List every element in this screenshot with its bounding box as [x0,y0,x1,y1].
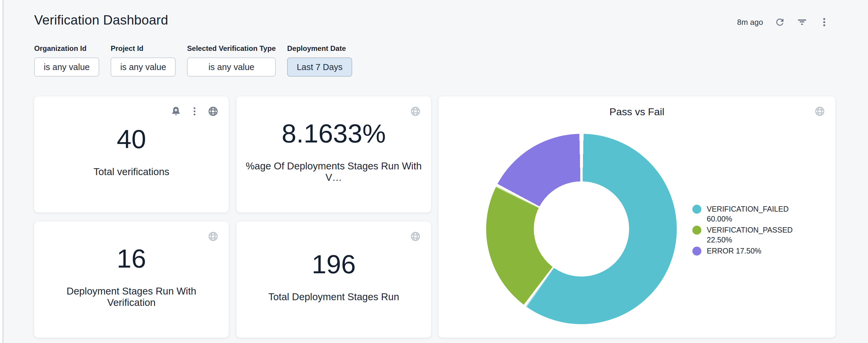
filter-value-button-organization-id[interactable]: is any value [34,58,99,77]
last-refresh-timestamp: 8m ago [737,18,763,27]
tile-label: Total Deployment Stages Run [259,291,408,303]
legend-dot [692,247,701,255]
filter-label: Deployment Date [287,44,352,53]
legend-label: VERIFICATION_PASSED 22.50% [707,225,797,245]
tile-body: 8.1633% %age Of Deployments Stages Run W… [237,96,431,212]
filter-value-button-project-id[interactable]: is any value [111,58,176,77]
donut-hole [534,181,629,277]
filter-deployment-date: Deployment Date Last 7 Days [287,44,352,77]
page-title: Verification Dashboard [34,12,168,28]
filter-label: Project Id [111,44,176,53]
globe-icon[interactable] [208,106,218,117]
legend-dot [692,205,701,214]
filter-value-button-verification-type[interactable]: is any value [187,58,276,77]
legend-label: ERROR 17.50% [707,246,797,256]
filter-list-icon[interactable] [797,17,807,28]
tile-body: 16 Deployment Stages Run With Verificati… [34,221,229,338]
tile-deployment-stages-with-verification: 16 Deployment Stages Run With Verificati… [34,221,229,338]
tile-label: Total verifications [85,166,178,177]
header-actions: 8m ago [737,17,830,28]
legend-dot [692,226,701,235]
legend-item-verification-failed[interactable]: VERIFICATION_FAILED 60.00% [692,204,800,224]
tile-total-verifications: 40 Total verifications [34,96,229,212]
chart-title: Pass vs Fail [438,106,835,117]
globe-icon[interactable] [410,106,421,117]
filter-value-button-deployment-date[interactable]: Last 7 Days [287,58,352,77]
add-alert-icon[interactable] [170,106,181,117]
legend-item-verification-passed[interactable]: VERIFICATION_PASSED 22.50% [692,225,800,245]
legend-item-error[interactable]: ERROR 17.50% [692,246,800,256]
refresh-icon[interactable] [774,17,785,28]
kebab-menu-icon[interactable] [819,17,830,28]
tile-value: 40 [117,126,146,152]
kebab-menu-icon[interactable] [189,106,200,117]
tile-value: 8.1633% [282,120,386,147]
pass-vs-fail-chart-card: Pass vs Fail VERIFICATION_FAILED 60.00% … [438,96,835,338]
tile-value: 16 [117,245,146,272]
filter-selected-verification-type: Selected Verification Type is any value [187,44,276,77]
tile-total-deployment-stages-run: 196 Total Deployment Stages Run [237,221,431,338]
left-panel-edge [0,0,3,343]
filter-project-id: Project Id is any value [111,44,176,77]
tile-label: %age Of Deployments Stages Run With V… [237,161,431,183]
tile-body: 196 Total Deployment Stages Run [237,221,431,338]
filter-organization-id: Organization Id is any value [34,44,99,77]
globe-icon[interactable] [814,106,825,117]
dashboard-page: Verification Dashboard 8m ago Organizati… [0,0,868,343]
chart-legend: VERIFICATION_FAILED 60.00% VERIFICATION_… [692,204,800,256]
tile-pct-deployments-with-verifications: 8.1633% %age Of Deployments Stages Run W… [237,96,431,212]
tile-value: 196 [312,251,356,277]
donut-chart[interactable] [486,134,677,324]
filter-bar: Organization Id is any value Project Id … [34,44,352,77]
legend-label: VERIFICATION_FAILED 60.00% [707,204,797,224]
globe-icon[interactable] [208,231,218,242]
globe-icon[interactable] [410,231,421,242]
filter-label: Organization Id [34,44,99,53]
filter-label: Selected Verification Type [187,44,276,53]
tile-label: Deployment Stages Run With Verification [34,285,229,308]
